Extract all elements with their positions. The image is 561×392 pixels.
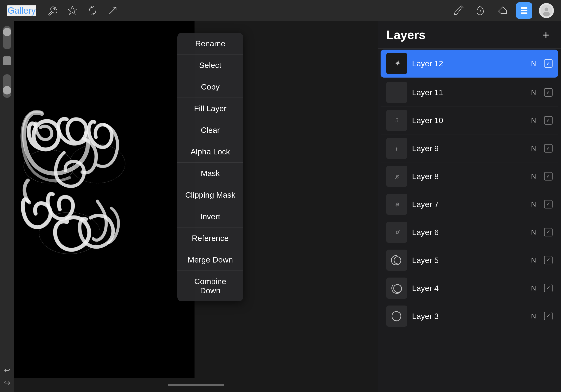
layer-thumb-11 (386, 82, 407, 103)
layer-item-3[interactable]: Layer 3 N (381, 302, 558, 330)
eraser-icon[interactable] (494, 3, 509, 18)
opacity-thumb (3, 86, 11, 95)
ink-pen-icon[interactable] (473, 3, 488, 18)
layer-item-9[interactable]: ƒ Layer 9 N (381, 134, 558, 162)
layer-name-9: Layer 9 (412, 144, 526, 153)
layer-mode-11: N (531, 88, 536, 96)
undo-button[interactable]: ↩ (4, 366, 10, 375)
layer-name-10: Layer 10 (412, 116, 526, 125)
layer-thumb-8: ȼ (386, 166, 407, 187)
svg-point-8 (39, 212, 100, 254)
layer-thumb-6: ơ (386, 222, 407, 243)
svg-point-7 (70, 144, 125, 183)
context-menu-fill-layer[interactable]: Fill Layer (177, 98, 243, 120)
pen-tool-icon[interactable] (451, 3, 466, 18)
context-menu-reference[interactable]: Reference (177, 228, 243, 249)
context-menu-copy[interactable]: Copy (177, 76, 243, 98)
canvas-area[interactable] (14, 21, 194, 392)
layer-name-4: Layer 4 (412, 284, 526, 293)
layer-visibility-11[interactable] (544, 88, 552, 97)
layer-item-10[interactable]: ∂ Layer 10 N (381, 107, 558, 134)
layer-mode-6: N (531, 228, 536, 236)
artwork-svg (14, 21, 194, 392)
transform-icon[interactable] (106, 4, 119, 17)
layers-panel: Layers + ✦ Layer 12 N Layer 11 N ∂ Layer… (378, 21, 561, 392)
selection-icon[interactable] (86, 4, 99, 17)
layers-panel-button[interactable] (516, 2, 532, 19)
user-avatar[interactable] (539, 3, 554, 18)
add-layer-button[interactable]: + (539, 28, 552, 41)
layer-thumb-12: ✦ (386, 53, 407, 74)
layer-mode-10: N (531, 116, 536, 124)
context-menu-combine-down[interactable]: Combine Down (177, 271, 243, 301)
context-menu-invert[interactable]: Invert (177, 206, 243, 228)
bottom-bar (14, 378, 378, 392)
brush-size-slider[interactable] (3, 26, 11, 49)
layer-item-12[interactable]: ✦ Layer 12 N (381, 50, 558, 77)
layer-mode-12: N (531, 59, 536, 67)
layer-visibility-9[interactable] (544, 144, 552, 152)
svg-point-4 (545, 8, 548, 11)
layers-header: Layers + (378, 21, 561, 49)
context-menu-mask[interactable]: Mask (177, 163, 243, 184)
context-menu-rename[interactable]: Rename (177, 33, 243, 54)
svg-point-5 (543, 12, 550, 16)
toolbar-right-icons (451, 2, 554, 19)
svg-point-6 (24, 150, 74, 183)
layer-item-7[interactable]: ə Layer 7 N (381, 190, 558, 218)
svg-rect-2 (521, 12, 528, 14)
context-menu-select[interactable]: Select (177, 54, 243, 76)
redo-button[interactable]: ↪ (4, 378, 10, 387)
layer-visibility-8[interactable] (544, 172, 552, 181)
layer-visibility-7[interactable] (544, 200, 552, 208)
layer-visibility-3[interactable] (544, 312, 552, 320)
toolbar-left-icons (46, 4, 119, 17)
layer-visibility-12[interactable] (544, 59, 552, 68)
layer-thumb-10: ∂ (386, 110, 407, 131)
sidebar-bottom-controls: ↩ ↪ (4, 366, 10, 387)
layer-name-3: Layer 3 (412, 312, 526, 321)
layer-name-8: Layer 8 (412, 172, 526, 181)
context-menu-merge-down[interactable]: Merge Down (177, 249, 243, 271)
opacity-slider[interactable] (3, 74, 11, 98)
layer-thumb-7: ə (386, 194, 407, 215)
layers-list: ✦ Layer 12 N Layer 11 N ∂ Layer 10 N ƒ (378, 49, 561, 392)
top-toolbar: Gallery (0, 0, 561, 21)
layer-thumb-5 (386, 250, 407, 271)
layer-mode-4: N (531, 284, 536, 292)
layer-item-4[interactable]: Layer 4 N (381, 274, 558, 302)
layer-thumb-9: ƒ (386, 138, 407, 159)
layer-mode-3: N (531, 312, 536, 320)
layer-name-12: Layer 12 (412, 59, 526, 68)
adjust-icon[interactable] (66, 4, 79, 17)
wrench-icon[interactable] (46, 4, 59, 17)
layer-item-6[interactable]: ơ Layer 6 N (381, 218, 558, 246)
layer-mode-7: N (531, 200, 536, 208)
layer-visibility-10[interactable] (544, 116, 552, 125)
layer-mode-5: N (531, 256, 536, 264)
layer-item-8[interactable]: ȼ Layer 8 N (381, 162, 558, 190)
layer-mode-9: N (531, 144, 536, 152)
context-menu-alpha-lock[interactable]: Alpha Lock (177, 141, 243, 163)
brush-size-thumb (3, 28, 11, 36)
layer-visibility-6[interactable] (544, 228, 552, 236)
context-menu-clipping-mask[interactable]: Clipping Mask (177, 184, 243, 206)
svg-rect-0 (521, 7, 528, 9)
layer-item-11[interactable]: Layer 11 N (381, 78, 558, 107)
left-sidebar: ↩ ↪ (0, 21, 14, 392)
layer-visibility-5[interactable] (544, 256, 552, 264)
layer-name-7: Layer 7 (412, 200, 526, 209)
canvas-content (14, 21, 194, 392)
layer-thumb-3 (386, 305, 407, 327)
layer-item-5[interactable]: Layer 5 N (381, 246, 558, 274)
layer-visibility-4[interactable] (544, 284, 552, 292)
layers-panel-title: Layers (386, 28, 426, 42)
context-menu-clear[interactable]: Clear (177, 120, 243, 141)
layer-name-6: Layer 6 (412, 228, 526, 237)
layer-thumb-4 (386, 278, 407, 299)
color-swatch[interactable] (3, 56, 11, 65)
context-menu: Rename Select Copy Fill Layer Clear Alph… (177, 33, 243, 301)
layer-mode-8: N (531, 172, 536, 180)
gallery-button[interactable]: Gallery (7, 5, 36, 16)
layer-name-11: Layer 11 (412, 88, 526, 97)
